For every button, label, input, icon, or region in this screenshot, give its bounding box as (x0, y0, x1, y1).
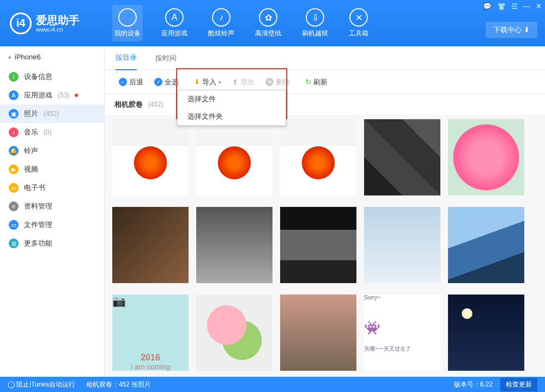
sidebar-item-文件管理[interactable]: ▭文件管理 (0, 216, 104, 234)
photo-thumb[interactable] (112, 119, 189, 195)
delete-button[interactable]: ✕删除 (261, 75, 294, 89)
nav-高清壁纸[interactable]: ✿高清壁纸 (253, 5, 283, 41)
dropdown-item[interactable]: 选择文件 (178, 90, 286, 108)
nav-我的设备[interactable]: 我的设备 (112, 5, 143, 41)
import-dropdown: 选择文件选择文件夹 (177, 90, 286, 126)
toolbar: ←后退 ✓全选 ⬇导入▾ ⬆导出 ✕删除 ↻刷新 选择文件选择文件夹 (105, 70, 545, 94)
album-name: 相机胶卷 (114, 100, 143, 108)
sidebar-item-音乐[interactable]: ♪音乐(0) (0, 123, 104, 142)
import-button[interactable]: ⬇导入▾ (190, 75, 226, 89)
back-button[interactable]: ←后退 (114, 75, 148, 89)
logo-text: 爱思助手 (36, 14, 80, 26)
photo-thumb[interactable] (448, 207, 524, 283)
sidebar-item-更多功能[interactable]: ⊞更多功能 (0, 234, 104, 253)
sidebar-item-铃声[interactable]: 🔔铃声 (0, 142, 104, 160)
photo-thumb[interactable] (448, 295, 524, 371)
photo-thumb[interactable] (448, 119, 524, 195)
photo-thumb[interactable] (280, 207, 356, 283)
photo-thumb[interactable]: 📷2016I am coming (112, 295, 189, 371)
export-button[interactable]: ⬆导出 (228, 75, 259, 89)
view-tabs: 按目录按时间 (105, 46, 545, 70)
photo-thumb[interactable] (364, 207, 440, 283)
top-nav: 我的设备A应用游戏♪酷炫铃声✿高清壁纸⇩刷机越狱✕工具箱 (109, 5, 371, 41)
photo-thumb[interactable] (364, 119, 440, 195)
sidebar-item-设备信息[interactable]: i设备信息 (0, 68, 104, 86)
tab-按时间[interactable]: 按时间 (155, 47, 177, 70)
photo-thumb[interactable]: Sorry~👾天哪~一天又过去了 (364, 295, 440, 371)
window-controls: 💬👕☰—✕ (483, 2, 542, 10)
app-header: i4 爱思助手 www.i4.cn 我的设备A应用游戏♪酷炫铃声✿高清壁纸⇩刷机… (0, 0, 545, 46)
photo-thumb[interactable] (280, 119, 356, 195)
itunes-block-toggle[interactable]: ◯ 阻止iTunes自动运行 (8, 380, 75, 389)
win-control-icon[interactable]: 👕 (497, 2, 506, 10)
logo-url: www.i4.cn (36, 26, 80, 33)
photo-grid: 📷2016I am coming Sorry~👾天哪~一天又过去了 (105, 115, 545, 377)
win-control-icon[interactable]: ✕ (536, 2, 542, 10)
download-center-button[interactable]: 下载中心 ⬇ (486, 22, 537, 38)
status-bar: ◯ 阻止iTunes自动运行 相机胶卷：452 张照片 版本号：6.22 检查更… (0, 377, 545, 392)
win-control-icon[interactable]: — (523, 2, 530, 10)
album-header: 相机胶卷 (452) (105, 94, 545, 115)
nav-刷机越狱[interactable]: ⇩刷机越狱 (300, 5, 330, 41)
sidebar-item-照片[interactable]: ▣照片(452) (0, 105, 104, 123)
sidebar-item-视频[interactable]: ▶视频 (0, 160, 104, 179)
photo-thumb[interactable] (280, 295, 356, 371)
content-area: 按目录按时间 ←后退 ✓全选 ⬇导入▾ ⬆导出 ✕删除 ↻刷新 选择文件选择文件… (105, 46, 545, 377)
nav-工具箱[interactable]: ✕工具箱 (347, 5, 371, 41)
logo: i4 爱思助手 www.i4.cn (0, 13, 109, 34)
dropdown-item[interactable]: 选择文件夹 (178, 108, 286, 125)
win-control-icon[interactable]: ☰ (511, 2, 518, 10)
photo-thumb[interactable] (196, 119, 272, 195)
nav-酷炫铃声[interactable]: ♪酷炫铃声 (206, 5, 237, 41)
logo-icon: i4 (10, 13, 32, 34)
sidebar-item-资料管理[interactable]: ≡资料管理 (0, 197, 104, 216)
device-name[interactable]: iPhone6 (0, 46, 104, 68)
nav-应用游戏[interactable]: A应用游戏 (159, 5, 190, 41)
sidebar-item-应用游戏[interactable]: A应用游戏(53) (0, 86, 104, 105)
photo-thumb[interactable] (196, 207, 272, 283)
refresh-button[interactable]: ↻刷新 (301, 75, 332, 89)
version-label: 版本号：6.22 (454, 380, 493, 389)
sidebar-item-电子书[interactable]: ▭电子书 (0, 179, 104, 197)
selectall-button[interactable]: ✓全选 (150, 75, 183, 89)
photo-thumb[interactable] (112, 207, 189, 283)
tab-按目录[interactable]: 按目录 (116, 46, 137, 70)
album-count: (452) (148, 101, 164, 108)
win-control-icon[interactable]: 💬 (483, 2, 492, 10)
photo-thumb[interactable] (196, 295, 272, 371)
check-update-button[interactable]: 检查更新 (500, 378, 537, 391)
status-album-info: 相机胶卷：452 张照片 (86, 380, 151, 389)
sidebar: iPhone6 i设备信息A应用游戏(53)▣照片(452)♪音乐(0)🔔铃声▶… (0, 46, 105, 377)
